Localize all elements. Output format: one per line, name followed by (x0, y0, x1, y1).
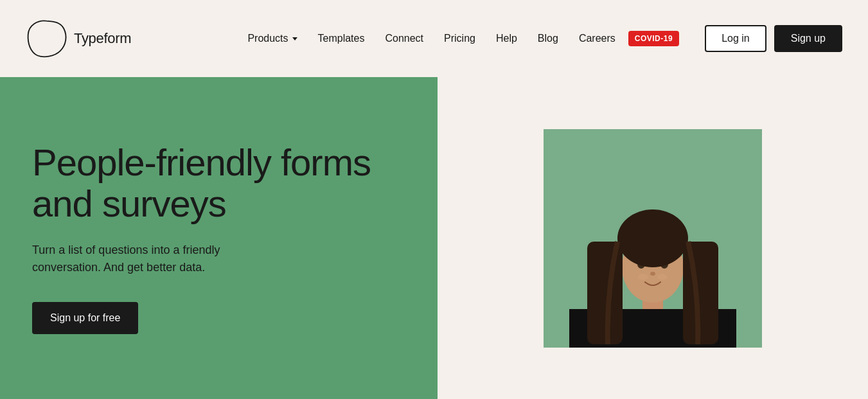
signup-free-button[interactable]: Sign up for free (32, 302, 138, 334)
nav-careers[interactable]: Careers (571, 28, 623, 49)
nav-templates[interactable]: Templates (310, 28, 373, 49)
login-button[interactable]: Log in (705, 25, 766, 52)
svg-point-11 (638, 274, 648, 280)
logo-area[interactable]: Typeform (26, 18, 131, 60)
svg-point-7 (650, 272, 655, 276)
svg-rect-10 (683, 242, 718, 344)
nav-links: Products Templates Connect Pricing Help … (240, 28, 679, 49)
main-content: People-friendly forms and surveys Turn a… (0, 77, 868, 399)
nav-connect[interactable]: Connect (377, 28, 431, 49)
signup-button[interactable]: Sign up (774, 25, 842, 52)
covid-badge[interactable]: COVID-19 (628, 31, 679, 46)
nav-blog[interactable]: Blog (530, 28, 566, 49)
nav-help[interactable]: Help (488, 28, 525, 49)
person-illustration (544, 129, 762, 348)
hero-subtitle: Turn a list of questions into a friendly… (32, 242, 276, 276)
nav-actions: Log in Sign up (705, 25, 842, 52)
svg-point-12 (657, 274, 668, 280)
typeform-logo-icon (26, 18, 67, 60)
nav-products[interactable]: Products (240, 28, 305, 49)
svg-point-8 (617, 209, 688, 267)
hero-image (544, 129, 762, 348)
hero-title: People-friendly forms and surveys (32, 142, 405, 224)
hero-right (438, 77, 868, 399)
hero-left: People-friendly forms and surveys Turn a… (0, 77, 438, 399)
brand-name: Typeform (74, 30, 131, 47)
navbar: Typeform Products Templates Connect Pric… (0, 0, 868, 77)
svg-rect-9 (587, 242, 623, 344)
nav-pricing[interactable]: Pricing (436, 28, 483, 49)
chevron-down-icon (292, 37, 297, 40)
